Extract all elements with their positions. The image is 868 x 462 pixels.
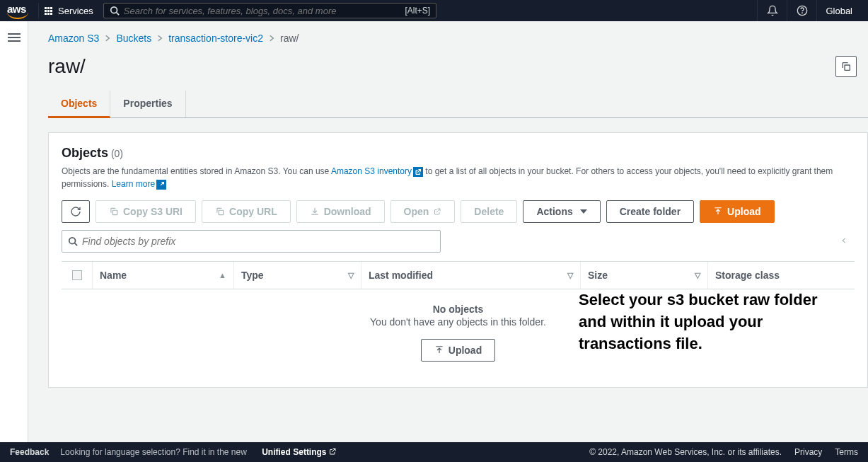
- refresh-icon: [70, 206, 81, 217]
- external-link-icon: [433, 207, 441, 216]
- col-storage-class[interactable]: Storage class: [708, 262, 855, 289]
- create-folder-button[interactable]: Create folder: [606, 200, 694, 223]
- copy-icon: [109, 207, 119, 216]
- main-content: Amazon S3 Buckets transaction-store-vic2…: [28, 21, 868, 388]
- breadcrumb-link[interactable]: transaction-store-vic2: [168, 33, 263, 44]
- col-type[interactable]: Type▽: [234, 262, 361, 289]
- breadcrumb-link[interactable]: Buckets: [116, 33, 151, 44]
- notifications-button[interactable]: [757, 0, 787, 21]
- toolbar: Copy S3 URI Copy URL Download Open Delet…: [62, 200, 855, 223]
- objects-panel: Objects (0) Objects are the fundamental …: [48, 132, 868, 388]
- svg-line-8: [75, 243, 78, 246]
- select-all-header[interactable]: [62, 262, 93, 289]
- filter-wrap[interactable]: [62, 230, 441, 253]
- upload-icon: [434, 345, 444, 355]
- global-search[interactable]: [Alt+S]: [103, 3, 436, 18]
- tabs: Objects Properties: [48, 91, 868, 118]
- breadcrumb: Amazon S3 Buckets transaction-store-vic2…: [48, 33, 868, 44]
- sort-icon: ▽: [348, 271, 354, 280]
- hamburger-icon[interactable]: [8, 31, 21, 388]
- annotation-text: Select your s3 bucket raw folder and wit…: [579, 289, 847, 354]
- copy-page-button[interactable]: [835, 56, 857, 77]
- chevron-left-icon: [840, 236, 847, 246]
- help-button[interactable]: [787, 0, 816, 21]
- chevron-right-icon: [267, 34, 276, 42]
- help-icon: [797, 5, 808, 16]
- svg-rect-4: [845, 65, 850, 70]
- services-label: Services: [58, 6, 93, 16]
- col-name[interactable]: Name▲: [93, 262, 234, 289]
- page-title: raw/: [48, 55, 86, 78]
- upload-button[interactable]: Upload: [700, 200, 774, 223]
- objects-count: (0): [111, 148, 123, 159]
- search-shortcut: [Alt+S]: [405, 6, 430, 16]
- services-button[interactable]: Services: [38, 3, 99, 19]
- aws-logo[interactable]: aws: [7, 3, 28, 19]
- svg-rect-5: [112, 210, 117, 214]
- svg-rect-6: [219, 210, 223, 214]
- open-button[interactable]: Open: [390, 200, 456, 223]
- copy-icon: [215, 207, 225, 216]
- copy-uri-button[interactable]: Copy S3 URI: [96, 200, 196, 223]
- copy-icon: [840, 61, 852, 72]
- pagination: [840, 234, 847, 249]
- breadcrumb-current: raw/: [280, 33, 299, 44]
- svg-point-3: [802, 13, 803, 13]
- chevron-down-icon: [580, 209, 587, 214]
- tab-properties[interactable]: Properties: [110, 91, 185, 117]
- sort-asc-icon: ▲: [219, 271, 226, 279]
- empty-upload-button[interactable]: Upload: [421, 339, 495, 362]
- delete-button[interactable]: Delete: [461, 200, 517, 223]
- top-nav: aws Services [Alt+S] Global: [0, 0, 868, 21]
- refresh-button[interactable]: [62, 200, 90, 223]
- search-icon: [110, 6, 120, 16]
- tab-objects[interactable]: Objects: [48, 91, 110, 118]
- chevron-right-icon: [156, 34, 164, 42]
- sort-icon: ▽: [695, 271, 700, 280]
- upload-icon: [713, 207, 723, 216]
- svg-point-0: [111, 7, 117, 13]
- chevron-right-icon: [103, 34, 112, 42]
- breadcrumb-link[interactable]: Amazon S3: [48, 33, 99, 44]
- panel-title: Objects: [62, 146, 108, 160]
- download-icon: [310, 207, 320, 216]
- external-link-icon: [413, 167, 423, 177]
- side-rail: [0, 21, 28, 388]
- region-selector[interactable]: Global: [816, 0, 861, 21]
- prev-page-button[interactable]: [840, 234, 847, 249]
- svg-point-7: [69, 238, 76, 244]
- copy-url-button[interactable]: Copy URL: [202, 200, 291, 223]
- table-header: Name▲ Type▽ Last modified▽ Size▽ Storage…: [62, 261, 855, 289]
- learn-more-link[interactable]: Learn more: [112, 179, 166, 189]
- inventory-link[interactable]: Amazon S3 inventory: [331, 166, 423, 176]
- search-icon: [68, 236, 78, 246]
- grid-icon: [45, 7, 52, 15]
- col-modified[interactable]: Last modified▽: [361, 262, 581, 289]
- actions-button[interactable]: Actions: [523, 200, 600, 223]
- download-button[interactable]: Download: [296, 200, 385, 223]
- external-link-icon: [156, 180, 166, 190]
- svg-line-1: [116, 13, 119, 16]
- col-size[interactable]: Size▽: [581, 262, 708, 289]
- search-input[interactable]: [124, 6, 405, 16]
- filter-input[interactable]: [82, 236, 434, 247]
- sort-icon: ▽: [567, 271, 573, 280]
- empty-state: No objects You don't have any objects in…: [62, 289, 855, 387]
- panel-description: Objects are the fundamental entities sto…: [62, 165, 855, 190]
- bell-icon: [767, 5, 778, 16]
